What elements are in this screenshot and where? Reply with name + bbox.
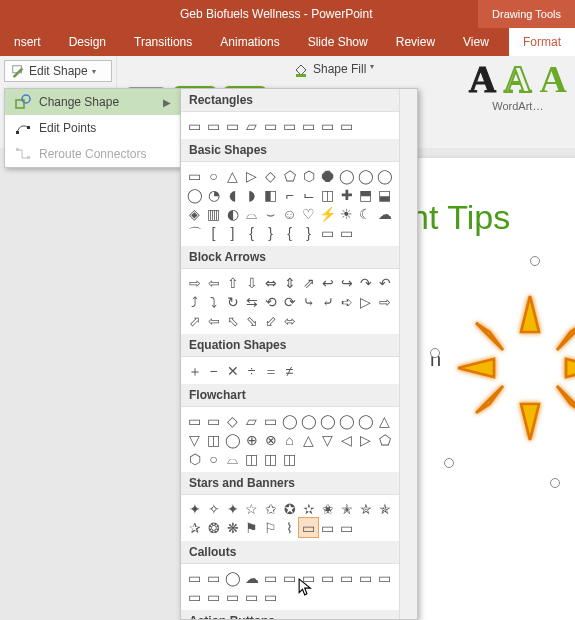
shape-option[interactable]: ◯ <box>185 185 204 204</box>
shape-option[interactable]: ⌓ <box>223 449 242 468</box>
shape-option[interactable]: ⌇ <box>280 518 299 537</box>
shape-option[interactable]: ⟲ <box>261 292 280 311</box>
shape-option[interactable]: ▭ <box>318 518 337 537</box>
selection-handle[interactable] <box>530 256 540 266</box>
shape-option[interactable]: ▭ <box>318 568 337 587</box>
shape-option[interactable]: ⬡ <box>299 166 318 185</box>
tab-format[interactable]: Format <box>509 28 575 56</box>
shape-option[interactable]: ➪ <box>337 292 356 311</box>
selection-handle[interactable] <box>444 458 454 468</box>
shape-option[interactable]: ⇦ <box>204 273 223 292</box>
wordart-style-thumb[interactable]: A <box>540 60 567 98</box>
shape-option[interactable]: ◫ <box>261 449 280 468</box>
shape-option[interactable]: ⇨ <box>185 273 204 292</box>
shape-option[interactable]: ◯ <box>337 166 356 185</box>
shape-option[interactable]: ↶ <box>375 273 394 292</box>
shape-option[interactable]: ▷ <box>356 430 375 449</box>
shape-option[interactable]: ▷ <box>356 292 375 311</box>
shape-option[interactable]: ⬠ <box>280 166 299 185</box>
shape-option[interactable]: ☾ <box>356 204 375 223</box>
shape-option[interactable]: ☆ <box>242 499 261 518</box>
shape-option[interactable]: ⇗ <box>299 273 318 292</box>
shape-option[interactable]: ▭ <box>299 568 318 587</box>
shape-option[interactable]: ▱ <box>242 116 261 135</box>
shape-option[interactable]: ⇨ <box>375 292 394 311</box>
shape-option[interactable]: ⊕ <box>242 430 261 449</box>
shape-option[interactable]: ✧ <box>204 499 223 518</box>
shape-option[interactable]: ⌐ <box>280 185 299 204</box>
tab-transitions[interactable]: Transitions <box>120 28 206 56</box>
tab-view[interactable]: View <box>449 28 503 56</box>
shape-option[interactable]: ◁ <box>337 430 356 449</box>
shape-option[interactable]: ⌣ <box>261 204 280 223</box>
shape-option[interactable]: ＋ <box>185 361 204 380</box>
shape-option[interactable]: ⬒ <box>356 185 375 204</box>
shape-option[interactable]: △ <box>223 166 242 185</box>
shape-option[interactable]: ◗ <box>242 185 261 204</box>
shape-option[interactable]: ◫ <box>204 430 223 449</box>
shape-option[interactable]: { <box>242 223 261 242</box>
shape-option[interactable]: ▭ <box>185 411 204 430</box>
shape-option[interactable]: ◔ <box>204 185 223 204</box>
shape-option[interactable]: ❋ <box>223 518 242 537</box>
shape-option[interactable]: ⌙ <box>299 185 318 204</box>
shape-option[interactable]: ◯ <box>280 411 299 430</box>
shape-option[interactable]: ⯃ <box>318 166 337 185</box>
shape-option[interactable]: ⊗ <box>261 430 280 449</box>
shape-option[interactable]: ✭ <box>337 499 356 518</box>
shape-option[interactable]: ✮ <box>356 499 375 518</box>
shape-option[interactable]: ⬁ <box>223 311 242 330</box>
tab-design[interactable]: Design <box>55 28 120 56</box>
shape-option[interactable]: ⚡ <box>318 204 337 223</box>
shape-option[interactable]: ✰ <box>185 518 204 537</box>
shape-option[interactable]: ▭ <box>204 116 223 135</box>
shape-option[interactable]: ◯ <box>223 430 242 449</box>
shape-option[interactable]: ⌓ <box>242 204 261 223</box>
menu-edit-points[interactable]: Edit Points <box>5 115 181 141</box>
shape-option[interactable]: ◯ <box>299 411 318 430</box>
shape-option[interactable]: ▭ <box>261 411 280 430</box>
shape-option[interactable]: ⤶ <box>318 292 337 311</box>
shape-option[interactable]: ◫ <box>318 185 337 204</box>
shape-option[interactable]: ↩ <box>318 273 337 292</box>
shape-option[interactable]: ▭ <box>185 568 204 587</box>
shape-option[interactable]: ÷ <box>242 361 261 380</box>
tab-insert[interactable]: nsert <box>0 28 55 56</box>
shape-option[interactable]: ▭ <box>185 587 204 606</box>
shape-option[interactable]: ↪ <box>337 273 356 292</box>
shape-option[interactable]: ▭ <box>223 116 242 135</box>
shape-option[interactable]: ◯ <box>318 411 337 430</box>
shape-option[interactable]: { <box>280 223 299 242</box>
shape-option[interactable]: ▭ <box>185 116 204 135</box>
shape-option[interactable]: ▭ <box>261 116 280 135</box>
shape-option[interactable]: ✬ <box>318 499 337 518</box>
shape-option[interactable]: ▥ <box>204 204 223 223</box>
shape-option[interactable]: ⬓ <box>375 185 394 204</box>
shape-option[interactable]: ▭ <box>356 568 375 587</box>
shape-option[interactable]: ☀ <box>337 204 356 223</box>
shape-option[interactable]: ▱ <box>242 411 261 430</box>
shape-option[interactable]: ◖ <box>223 185 242 204</box>
shape-option[interactable]: ⇔ <box>261 273 280 292</box>
scrollbar[interactable] <box>399 89 417 619</box>
shape-option[interactable]: ▭ <box>318 116 337 135</box>
shape-option[interactable]: ⌒ <box>185 223 204 242</box>
shape-option[interactable]: ▷ <box>242 166 261 185</box>
shape-option[interactable]: ⚐ <box>261 518 280 537</box>
shape-option[interactable]: ▭ <box>204 587 223 606</box>
selection-handle[interactable] <box>550 478 560 488</box>
tab-slideshow[interactable]: Slide Show <box>294 28 382 56</box>
shape-option[interactable]: ↻ <box>223 292 242 311</box>
wordart-style-thumb[interactable]: A <box>469 60 496 98</box>
shape-option[interactable]: ▭ <box>204 411 223 430</box>
shape-option[interactable]: ▭ <box>337 116 356 135</box>
shape-option[interactable]: ▭ <box>337 568 356 587</box>
shape-option[interactable]: ▭ <box>318 223 337 242</box>
shape-option[interactable]: ✫ <box>299 499 318 518</box>
shape-option[interactable]: ♡ <box>299 204 318 223</box>
shape-option[interactable]: ☺ <box>280 204 299 223</box>
shape-option[interactable]: ◫ <box>242 449 261 468</box>
tab-animations[interactable]: Animations <box>206 28 293 56</box>
shape-option[interactable]: ▭ <box>261 568 280 587</box>
shape-option[interactable]: ▭ <box>261 587 280 606</box>
